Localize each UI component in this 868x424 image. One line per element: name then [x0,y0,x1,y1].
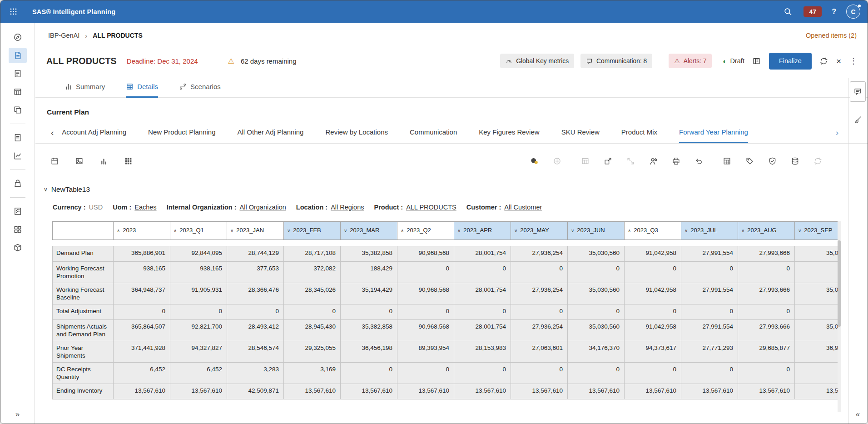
grid-cell[interactable]: 0 [738,262,795,283]
sidebar-expand-icon[interactable]: » [0,410,35,419]
grid-cell[interactable]: 42,509,871 [227,384,284,399]
subtab-forward-year-planning[interactable]: Forward Year Planning [679,123,748,143]
grid-cell[interactable]: 938,165 [170,262,227,283]
column-header-2023-apr[interactable]: ∨2023_APR [454,222,511,240]
finalize-button[interactable]: Finalize [769,53,812,70]
grid-cell[interactable]: 90,968,568 [397,320,454,341]
grid-cell[interactable]: 0 [341,363,397,384]
grid-cell[interactable] [795,363,841,384]
grid-cell[interactable]: 35,057, [795,246,841,262]
grid-cell[interactable]: 0 [568,363,625,384]
tab-details[interactable]: Details [126,83,158,98]
grid-cell[interactable]: 27,063,601 [511,341,568,363]
notification-count-badge[interactable]: 47 [804,6,822,17]
grid-cell[interactable]: 0 [511,363,568,384]
column-header-2023-jun[interactable]: ∨2023_JUN [568,222,625,240]
grid-cell[interactable]: 90,968,568 [397,283,454,304]
plan-document-icon[interactable] [9,48,27,63]
grid-cell[interactable]: 28,153,983 [454,341,511,363]
grid-vertical-scrollbar[interactable] [838,221,841,412]
grid-cell[interactable]: 6,452 [114,363,170,384]
subtab-key-figures-review[interactable]: Key Figures Review [479,123,539,143]
grid-cell[interactable]: 27,771,293 [681,341,738,363]
grid-cell[interactable]: 35,382,858 [341,320,397,341]
grid-cell[interactable]: 91,042,958 [625,320,681,341]
column-header-2023-jul[interactable]: ∨2023_JUL [681,222,738,240]
column-header-2023-sep[interactable]: ∨2023_SEP [795,222,841,240]
subtab-communication[interactable]: Communication [410,123,457,143]
key-metrics-icon[interactable] [529,155,540,166]
task-list-icon[interactable] [9,204,27,219]
grid-cell[interactable]: 0 [114,304,170,320]
grid-cell[interactable]: 36,456,198 [341,341,397,363]
grid-cell[interactable]: 35,057, [795,320,841,341]
grid-cell[interactable]: 13,567,610 [454,384,511,399]
grid-cell[interactable]: 35,194,429 [341,283,397,304]
grid-cell[interactable]: 938,165 [114,262,170,283]
grid-cell[interactable]: 28,001,754 [454,283,511,304]
grid-cell[interactable]: 13,567,610 [511,384,568,399]
grid-cell[interactable] [795,262,841,283]
tab-scenarios[interactable]: Scenarios [179,83,221,98]
column-header-2023-q3[interactable]: ∧2023_Q3 [625,222,681,240]
global-key-metrics-chip[interactable]: Global Key metrics [500,54,574,68]
grid-cell[interactable]: 0 [397,363,454,384]
grid-cell[interactable]: 0 [681,262,738,283]
report-document-icon[interactable] [9,66,27,81]
apps-grid-icon[interactable] [7,5,20,18]
tag-icon[interactable] [744,155,755,166]
subtab-new-product-planning[interactable]: New Product Planning [148,123,215,143]
close-icon[interactable]: × [836,57,841,65]
subtab-all-other-adj-planning[interactable]: All Other Adj Planning [238,123,304,143]
column-header-2023-mar[interactable]: ∨2023_MAR [341,222,397,240]
grid-cell[interactable]: 0 [397,304,454,320]
grid-cell[interactable]: 29,685,877 [738,341,795,363]
user-star-icon[interactable] [648,155,659,166]
filter-value[interactable]: Eaches [134,204,156,211]
grid-cell[interactable]: 0 [454,262,511,283]
grid-cell[interactable]: 27,936,254 [511,320,568,341]
grid-cell[interactable]: 35,382,858 [341,246,397,262]
analytics-chart-icon[interactable] [9,148,27,164]
grid-cell[interactable]: 365,886,901 [114,246,170,262]
subtabs-scroll-right-icon[interactable]: › [834,128,840,138]
grid-cell[interactable]: 13,567,610 [284,384,341,399]
grid-cell[interactable]: 28,366,476 [227,283,284,304]
grid-cell[interactable]: 92,821,700 [170,320,227,341]
grid-cell[interactable]: 13,567,610 [681,384,738,399]
column-header-2023-q2[interactable]: ∧2023_Q2 [397,222,454,240]
grid-cell[interactable]: 35,057, [795,283,841,304]
column-header-2023-aug[interactable]: ∨2023_AUG [738,222,795,240]
alerts-chip[interactable]: ⚠ Alerts: 7 [669,54,712,68]
grid-cell[interactable]: 365,864,507 [114,320,170,341]
grid-cell[interactable]: 28,493,412 [227,320,284,341]
avatar[interactable]: C [846,5,860,19]
communication-chip[interactable]: Communication: 8 [580,54,652,68]
grid-cell[interactable]: 13,567, [795,384,841,399]
document-icon[interactable] [9,130,27,145]
grid-cell[interactable]: 0 [397,262,454,283]
grid-cell[interactable]: 0 [170,304,227,320]
grid-cell[interactable]: 27,993,666 [738,246,795,262]
data-table-icon[interactable] [9,84,27,100]
grid-cell[interactable]: 28,001,754 [454,246,511,262]
grid-cell[interactable]: 27,993,666 [738,320,795,341]
column-header-2023-jan[interactable]: ∨2023_JAN [227,222,284,240]
calendar-icon[interactable] [49,155,60,166]
grid-table-icon[interactable] [721,155,732,166]
grid-cell[interactable]: 0 [454,363,511,384]
grid-cell[interactable]: 28,001,754 [454,320,511,341]
grid-cell[interactable]: 0 [341,304,397,320]
grid-cell[interactable]: 27,991,554 [681,283,738,304]
grid-cell[interactable]: 0 [625,363,681,384]
grid-cell[interactable]: 13,567,610 [625,384,681,399]
undo-icon[interactable] [693,155,704,166]
grid-cell[interactable]: 13,567,610 [738,384,795,399]
grid-cell[interactable]: 0 [454,304,511,320]
grid-cell[interactable]: 91,905,931 [170,283,227,304]
grid-cell[interactable]: 94,373,617 [625,341,681,363]
grid-icon[interactable] [123,155,134,166]
shield-check-icon[interactable] [767,155,778,166]
notes-board-icon[interactable] [751,55,763,67]
grid-cell[interactable]: 27,936,254 [511,283,568,304]
